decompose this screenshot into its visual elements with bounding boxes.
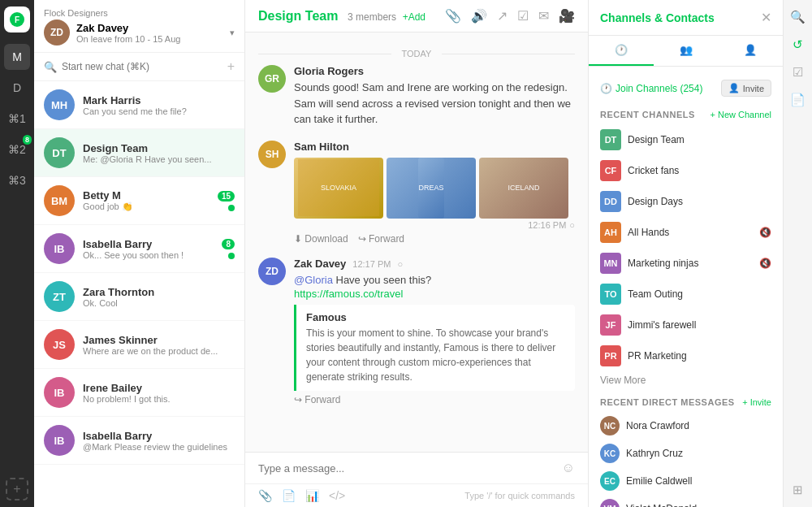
avatar: IB — [44, 377, 75, 408]
msg-sender: Gloria Rogers — [294, 65, 364, 77]
search-bar: 🔍 + — [34, 53, 244, 81]
conversation-design-team[interactable]: DT Design Team Me: @Gloria R Have you se… — [34, 129, 244, 177]
conversation-isabella-barry-1[interactable]: IB Isabella Barry Ok... See you soon the… — [34, 225, 244, 273]
conv-preview: @Mark Please review the guidelines — [83, 442, 235, 452]
dm-avatar: KC — [600, 444, 620, 463]
search-input[interactable] — [62, 61, 222, 72]
right-panel-tabs: 🕐 👥 👤 — [589, 36, 783, 67]
msg-text: Sounds good! Sam and Irene are working o… — [294, 80, 575, 128]
svg-text:F: F — [15, 15, 19, 24]
msg-link[interactable]: https://famous.co/travel — [294, 288, 403, 300]
dm-violet-mcdonald[interactable]: VM Violet McDonald — [589, 495, 783, 507]
search-strip-icon[interactable]: 🔍 — [787, 6, 809, 28]
conv-name: Design Team — [83, 142, 235, 154]
image-3[interactable]: ICELAND — [479, 158, 568, 219]
nav-item-3[interactable]: ⌘3 — [4, 167, 30, 193]
conv-preview: No problem! I got this. — [83, 394, 235, 404]
channel-name: Team Outing — [628, 288, 771, 300]
right-panel-content: 🕐 Join Channels (254) 👤 Invite RECENT CH… — [589, 67, 783, 507]
channel-avatar: JF — [600, 314, 621, 336]
file-toolbar-icon[interactable]: 📄 — [282, 489, 296, 502]
grid-strip-icon[interactable]: ⊞ — [789, 479, 806, 500]
conv-content: Zara Thornton Ok. Cool — [83, 286, 235, 308]
channel-avatar: TO — [600, 284, 621, 305]
close-panel-button[interactable]: ✕ — [761, 10, 771, 25]
dm-name: Emilie Caldwell — [626, 475, 692, 487]
attachment-toolbar-icon[interactable]: 📎 — [258, 489, 272, 502]
nav-item-2[interactable]: ⌘1 — [4, 106, 30, 132]
video-icon[interactable]: 🎥 — [559, 8, 575, 24]
add-workspace-button[interactable]: + — [6, 478, 28, 500]
message-input[interactable] — [258, 462, 562, 474]
conversation-mark-harris[interactable]: MH Mark Harris Can you send me the file? — [34, 81, 244, 129]
dm-nora-crawford[interactable]: NC Nora Crawford — [589, 412, 783, 440]
channel-design-team[interactable]: DT Design Team — [589, 124, 783, 155]
avatar: ZD — [44, 20, 70, 46]
app-logo[interactable]: F — [4, 6, 30, 32]
dm-kathryn-cruz[interactable]: KC Kathryn Cruz — [589, 440, 783, 467]
view-more-channels[interactable]: View More — [589, 371, 783, 389]
conv-name: Isabella Barry — [83, 430, 235, 442]
channel-design-days[interactable]: DD Design Days — [589, 186, 783, 217]
leave-icon[interactable]: ↗ — [497, 8, 508, 24]
avatar: MH — [44, 89, 75, 120]
task-icon[interactable]: ☑ — [517, 8, 529, 24]
channel-team-outing[interactable]: TO Team Outing — [589, 279, 783, 310]
tab-person[interactable]: 👤 — [718, 36, 783, 66]
conversation-zara-thornton[interactable]: ZT Zara Thornton Ok. Cool — [34, 273, 244, 321]
search-icon: 🔍 — [44, 61, 57, 73]
join-channels-link[interactable]: 🕐 Join Channels (254) — [600, 83, 702, 94]
conv-name: Zara Thornton — [83, 286, 235, 298]
invite-button[interactable]: 👤 Invite — [721, 80, 771, 97]
tab-recent[interactable]: 🕐 — [589, 36, 654, 66]
doc-strip-icon[interactable]: 📄 — [787, 89, 809, 110]
refresh-strip-icon[interactable]: ↺ — [789, 34, 806, 55]
image-1[interactable]: SLOVAKIA — [294, 158, 383, 219]
conversation-isabella-barry-2[interactable]: IB Isabella Barry @Mark Please review th… — [34, 417, 244, 465]
nav-2-icon: ⌘1 — [8, 112, 26, 125]
channel-marketing-ninjas[interactable]: MN Marketing ninjas 🔇 — [589, 248, 783, 279]
nav-item-d[interactable]: D — [4, 75, 30, 101]
channel-avatar: DT — [600, 129, 621, 150]
avatar: JS — [44, 329, 75, 360]
conversation-betty-m[interactable]: BM Betty M Good job 👏 15 — [34, 177, 244, 225]
new-chat-button[interactable]: + — [227, 59, 235, 74]
user-profile[interactable]: ZD Zak Davey On leave from 10 - 15 Aug ▾ — [44, 20, 235, 46]
conv-content: James Skinner Where are we on the produc… — [83, 334, 235, 356]
dm-emilie-caldwell[interactable]: EC Emilie Caldwell — [589, 467, 783, 495]
mail-icon[interactable]: ✉ — [538, 8, 549, 24]
avatar: SH — [258, 141, 286, 168]
download-button[interactable]: ⬇ Download — [294, 233, 348, 245]
code-toolbar-icon[interactable]: </> — [329, 489, 345, 502]
chart-toolbar-icon[interactable]: 📊 — [305, 489, 319, 502]
conversation-james-skinner[interactable]: JS James Skinner Where are we on the pro… — [34, 321, 244, 369]
conv-content: Irene Bailey No problem! I got this. — [83, 382, 235, 404]
image-2[interactable]: DREAS — [387, 158, 476, 219]
recent-channels-section: RECENT CHANNELS + New Channel — [589, 105, 783, 124]
msg-content: Sam Hilton SLOVAKIA DREAS ICELAND 12:16 — [294, 141, 575, 245]
forward-button[interactable]: ↪ Forward — [358, 233, 404, 245]
channel-jimmis-farewell[interactable]: JF Jimmi's farewell — [589, 310, 783, 340]
channel-cricket-fans[interactable]: CF Cricket fans — [589, 155, 783, 186]
chat-title: Design Team — [258, 9, 338, 23]
dm-invite-button[interactable]: + Invite — [742, 397, 771, 407]
new-channel-button[interactable]: + New Channel — [710, 110, 771, 119]
add-member-button[interactable]: +Add — [403, 11, 425, 23]
conv-name: Betty M — [83, 189, 209, 202]
far-right-strip: 🔍 ↺ ☑ 📄 ⊞ — [783, 0, 812, 507]
msg-actions: ↪ Forward — [294, 394, 575, 405]
channel-pr-marketing[interactable]: PR PR Marketing — [589, 340, 783, 371]
tab-contacts[interactable]: 👥 — [654, 36, 719, 66]
nav-item-badge[interactable]: ⌘2 8 — [4, 136, 30, 162]
channel-all-hands[interactable]: AH All Hands 🔇 — [589, 217, 783, 248]
attachment-icon[interactable]: 📎 — [445, 8, 461, 24]
nav-messages[interactable]: M — [4, 44, 30, 70]
mute-icon[interactable]: 🔊 — [471, 8, 487, 24]
emoji-button[interactable]: ☺ — [562, 461, 575, 475]
avatar: GR — [258, 65, 286, 93]
conversation-irene-bailey[interactable]: IB Irene Bailey No problem! I got this. — [34, 369, 244, 417]
check-strip-icon[interactable]: ☑ — [789, 62, 806, 83]
forward-button[interactable]: ↪ Forward — [294, 394, 340, 405]
conv-preview: Where are we on the product de... — [83, 346, 235, 356]
channel-avatar: AH — [600, 222, 621, 243]
